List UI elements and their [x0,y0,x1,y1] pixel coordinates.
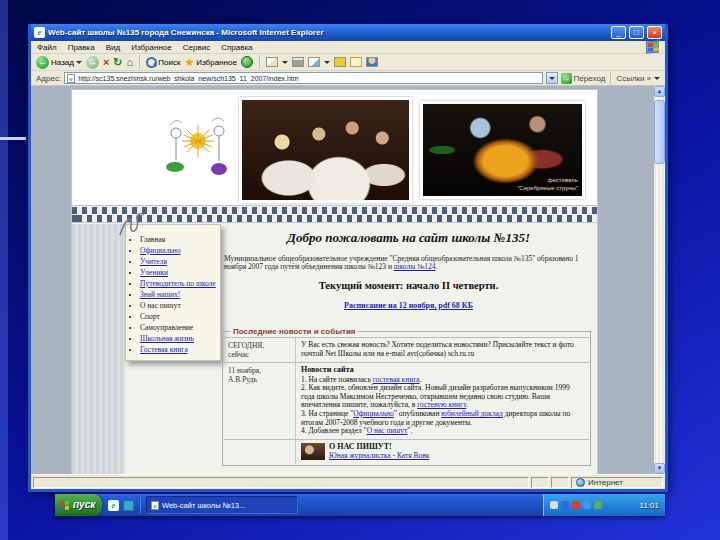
edit-dropdown-icon[interactable] [324,61,330,64]
start-flag-icon [60,500,70,510]
about-us-link[interactable]: О нас пишут [367,426,408,435]
browser-viewport: фестиваль "Серебряные струны" [31,86,665,474]
today-label: СЕГОДНЯ, [228,341,291,350]
volume-icon[interactable] [550,501,558,509]
news-row-site-news: 11 ноября, А.В.Рудь Новости сайта 1. На … [224,362,589,439]
sidebar-item-pupils[interactable]: Ученики [140,268,168,277]
close-button[interactable]: × [647,26,662,39]
menu-bar: Файл Правка Вид Избранное Сервис Справка [31,41,665,54]
refresh-icon[interactable]: ↻ [113,56,122,69]
site-news-item-3: 3. На странице "Официально" опубликован … [301,410,584,427]
links-button[interactable]: Ссылки » [616,74,651,83]
tray-icon-4[interactable] [583,501,591,509]
search-button[interactable]: Поиск [146,57,180,67]
page-title: Добро пожаловать на сайт школы №135! [222,230,595,246]
task-ie-icon: e [151,501,159,510]
current-moment: Текущий момент: начало II четверти. [222,280,595,291]
scrollbar-thumb[interactable] [654,100,665,164]
notes-icon[interactable] [350,57,362,67]
sidebar-item-sport: Спорт [140,312,160,321]
status-cell-2 [531,477,549,488]
history-icon[interactable] [241,56,253,68]
mail-dropdown-icon[interactable] [282,61,288,64]
sidebar-item-guestbook[interactable]: Гостевая книга [140,345,188,354]
caption-line-2: "Серебряные струны" [517,184,578,192]
article-thumbnail [301,443,325,460]
messenger-icon[interactable] [366,57,378,67]
task-button[interactable]: e Web-сайт школы №13... [146,496,298,514]
school-124-link[interactable]: школы №124 [394,262,436,271]
internet-zone-label: Интернет [588,478,623,487]
start-label: пуск [73,494,95,516]
status-bar: Интернет [31,474,665,489]
address-url: http://sc135.snezhinsk.ru/web_shkola_new… [78,75,299,82]
intro-tail: . [436,262,438,271]
print-icon[interactable] [292,57,304,67]
task-label: Web-сайт школы №13... [162,501,245,510]
now-label: сейчас [228,350,291,359]
tray-icon-3[interactable] [572,501,580,509]
quicklaunch-ie-icon[interactable]: e [108,500,119,511]
news-legend: Последние новости и события [230,327,358,336]
page-left-margin [72,224,125,474]
address-input[interactable]: e http://sc135.snezhinsk.ru/web_shkola_n… [64,72,542,84]
toolbar-separator [139,55,140,69]
edit-icon[interactable] [308,57,320,67]
tray-icon-2[interactable] [561,501,569,509]
news-text-cell-2: Новости сайта 1. На сайте появилась гост… [296,363,589,439]
presentation-slide: e Web-сайт школы №135 города Снежинска -… [0,0,720,540]
address-label: Адрес: [36,74,61,83]
sidebar-item-guide[interactable]: Путеводитель по школе [140,279,216,288]
window-title: Web-сайт школы №135 города Снежинска - M… [48,28,608,37]
scroll-up-icon[interactable]: ▲ [654,86,665,97]
article-link[interactable]: Юная журналистка - Катя Вовк [329,451,429,460]
tray-icon-5[interactable] [594,501,602,509]
sidebar-item-official[interactable]: Официально [140,246,181,255]
address-separator [610,71,611,85]
address-dropdown-icon[interactable] [546,72,558,84]
menu-tools[interactable]: Сервис [183,43,210,52]
back-dropdown-icon[interactable] [76,61,82,64]
vertical-scrollbar[interactable]: ▲ ▼ [654,86,665,474]
menu-edit[interactable]: Правка [68,43,95,52]
taskbar-clock: 11:01 [640,501,659,510]
mail-icon[interactable] [266,57,278,67]
status-zone-cell: Интернет [571,477,663,488]
scroll-down-icon[interactable]: ▼ [654,463,665,474]
minimize-button[interactable]: _ [611,26,626,39]
forward-button[interactable]: → [86,56,99,69]
links-dropdown-icon[interactable] [654,77,660,80]
browser-window: e Web-сайт школы №135 города Снежинска -… [28,24,668,492]
menu-favorites[interactable]: Избранное [131,43,172,52]
item4-text: 4. Добавлен раздел " [301,426,367,435]
home-icon[interactable]: ⌂ [127,56,134,68]
site-news-item-4: 4. Добавлен раздел "О нас пишут". [301,427,584,436]
favorites-label: Избранное [196,58,237,67]
drawing-svg [162,105,234,195]
sidebar-item-teachers[interactable]: Учителя [140,257,167,266]
sidebar-item-know-ours[interactable]: Знай наших! [140,290,180,299]
sidebar-item-school-life[interactable]: Школьная жизнь [140,334,194,343]
caption-line-1: фестиваль [517,176,578,184]
taskbar-separator [140,497,141,513]
news-row-about: О НАС ПИШУТ! Юная журналистка - Катя Вов… [224,439,589,464]
news-date-cell: СЕГОДНЯ, сейчас [224,338,296,362]
toolbar: ← Назад → × ↻ ⌂ Поиск ★ Избранное [31,54,665,71]
favorites-button[interactable]: ★ Избранное [184,56,236,69]
go-button[interactable]: → Переход [561,73,606,84]
search-label: Поиск [158,58,180,67]
maximize-button[interactable]: □ [629,26,644,39]
menu-file[interactable]: Файл [37,43,57,52]
schedule-link[interactable]: Расписание на 12 ноября, pdf 68 КБ [344,301,473,310]
stop-icon[interactable]: × [103,56,109,68]
discuss-icon[interactable] [334,57,346,67]
menu-view[interactable]: Вид [106,43,120,52]
sidebar-item-about-us: О нас пишут [140,301,181,310]
back-button[interactable]: ← Назад [36,56,82,69]
about-title: О НАС ПИШУТ! [329,443,429,452]
children-drawing-image [162,105,234,195]
quicklaunch-desktop-icon[interactable] [123,500,134,511]
start-button[interactable]: пуск [55,494,102,516]
search-icon [146,57,156,67]
menu-help[interactable]: Справка [221,43,252,52]
